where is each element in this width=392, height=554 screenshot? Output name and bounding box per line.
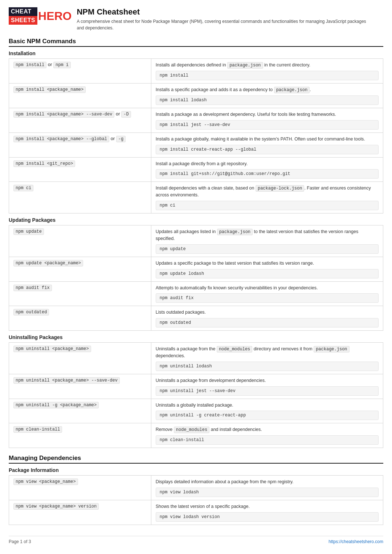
header-title-block: NPM Cheatsheet A comprehensive cheat she… [77,7,374,31]
desc-cell: Attempts to automatically fix known secu… [151,281,383,306]
cmd-cell: npm update <package_name> [9,257,151,281]
cmd-cell: npm ci [9,182,151,213]
example-block: npm clean-install [156,435,379,445]
table-row: npm uninstall <package_name> Uninstalls … [9,343,383,374]
desc-text: Installs a specific package and adds it … [156,87,311,92]
cmd-cell: npm install or npm i [9,59,151,83]
subsection-heading-updating: Updating Packages [9,217,383,223]
table-row: npm update Updates all packages listed i… [9,225,383,257]
subsection-heading-installation: Installation [9,50,383,56]
logo: CHEAT SHEETS HERO [9,7,72,25]
desc-cell: Uninstalls a package from development de… [151,374,383,399]
desc-cell: Updates all packages listed in package.j… [151,225,383,257]
example-block: npm outdated [156,318,379,327]
inline-code: package-lock.json [256,185,304,192]
cmd-cell: npm view <package_name> [9,476,151,500]
desc-cell: Uninstalls a package from the node_modul… [151,343,383,374]
cmd-code-alt: npm i [53,62,71,68]
desc-cell: Installs a package globally, making it a… [151,133,383,157]
table-row: npm uninstall <package_name> --save-dev … [9,374,383,399]
cmd-code: npm view <package_name> version [13,503,99,510]
cmd-cell: npm audit fix [9,281,151,306]
example-block: npm install create-react-app --global [156,145,379,154]
desc-cell: Lists outdated packages. npm outdated [151,306,383,331]
page-footer: Page 1 of 3 https://cheatsheetshero.com [9,536,383,544]
cmd-cell: npm uninstall <package_name> [9,343,151,374]
example-block: npm install jest --save-dev [156,120,379,130]
desc-text: Displays detailed information about a pa… [156,479,294,484]
example-block: npm update lodash [156,269,379,278]
table-row: npm clean-install Remove node_modules an… [9,423,383,448]
inline-code: package.json [217,229,253,235]
cmd-or: or [116,111,121,117]
table-row: npm install <git_repo> Install a package… [9,157,383,182]
cmd-cell: npm outdated [9,306,151,331]
desc-text: Updates a specific package to the latest… [156,261,314,266]
desc-text: Installs a package globally, making it a… [156,137,365,142]
desc-cell: Shows the latest version of a specific p… [151,500,383,525]
inline-code: package.json [314,346,349,353]
subsection-heading-pkginfo: Package Information [9,467,383,473]
desc-text: Remove node_modules and install dependen… [156,427,262,432]
page-header: CHEAT SHEETS HERO NPM Cheatsheet A compr… [9,7,383,31]
desc-text: Shows the latest version of a specific p… [156,504,250,509]
example-block: npm install [156,71,379,80]
table-row: npm audit fix Attempts to automatically … [9,281,383,306]
desc-cell: Installs a package as a development depe… [151,108,383,133]
example-block: npm audit fix [156,293,379,303]
logo-text-block: CHEAT SHEETS [9,7,37,25]
section-heading-basic: Basic NPM Commands [9,38,383,47]
example-block: npm uninstall jest --save-dev [156,386,379,396]
cmd-code: npm ci [13,185,33,191]
example-block: npm uninstall lodash [156,362,379,371]
desc-cell: Displays detailed information about a pa… [151,476,383,500]
example-block: npm install git+ssh://git@github.com:use… [156,169,379,179]
updating-table: npm update Updates all packages listed i… [9,225,383,331]
cmd-code: npm install <package_name> --global [13,136,109,142]
inline-code: node_modules [217,346,252,353]
cmd-or: or [48,62,53,67]
page-number: Page 1 of 3 [9,539,31,544]
example-block: npm update [156,244,379,254]
table-row: npm install <package_name> Installs a sp… [9,83,383,108]
section-heading-managing: Managing Dependencies [9,455,383,464]
logo-cheat: CHEAT [9,7,37,16]
installation-table: npm install or npm i Installs all depend… [9,58,383,213]
example-block: npm ci [156,201,379,210]
cmd-cell: npm update [9,225,151,257]
cmd-code: npm uninstall -g <package_name> [13,402,99,408]
desc-text: Updates all packages listed in package.j… [156,229,358,241]
cmd-cell: npm clean-install [9,423,151,448]
desc-cell: Updates a specific package to the latest… [151,257,383,281]
cmd-code: npm update <package_name> [13,260,83,266]
cmd-code: npm clean-install [13,426,62,433]
table-row: npm view <package_name> Displays detaile… [9,476,383,500]
desc-text: Uninstalls a package from development de… [156,378,266,383]
cmd-code-alt: -g [116,136,126,142]
cmd-code: npm audit fix [13,285,52,291]
desc-cell: Install dependencies with a clean slate,… [151,182,383,213]
desc-text: Uninstalls a globally installed package. [156,403,233,408]
cmd-cell: npm uninstall <package_name> --save-dev [9,374,151,399]
cmd-code: npm install <git_repo> [13,160,75,167]
cmd-code: npm uninstall <package_name> [13,346,91,352]
desc-cell: Installs a specific package and adds it … [151,83,383,108]
desc-text: Lists outdated packages. [156,310,206,315]
cmd-cell: npm uninstall -g <package_name> [9,399,151,423]
cmd-or: or [111,136,116,141]
page-title: NPM Cheatsheet [77,7,374,17]
cmd-code: npm install <package_name> --save-dev [13,111,114,118]
desc-text: Installs all dependencies defined in pac… [156,62,310,68]
example-block: npm uninstall -g create-react-app [156,411,379,420]
table-row: npm install or npm i Installs all depend… [9,59,383,83]
cmd-cell: npm install <package_name> --save-dev or… [9,108,151,133]
desc-text: Install a package directly from a git re… [156,161,248,166]
desc-text: Installs a package as a development depe… [156,112,336,117]
logo-sheets: SHEETS [9,16,37,25]
desc-text: Install dependencies with a clean slate,… [156,186,371,197]
cmd-code: npm update [13,228,44,235]
cmd-cell: npm install <package_name> --global or -… [9,133,151,157]
footer-link[interactable]: https://cheatsheetshero.com [328,539,383,544]
cmd-code: npm uninstall <package_name> --save-dev [13,377,120,384]
desc-cell: Uninstalls a globally installed package.… [151,399,383,423]
